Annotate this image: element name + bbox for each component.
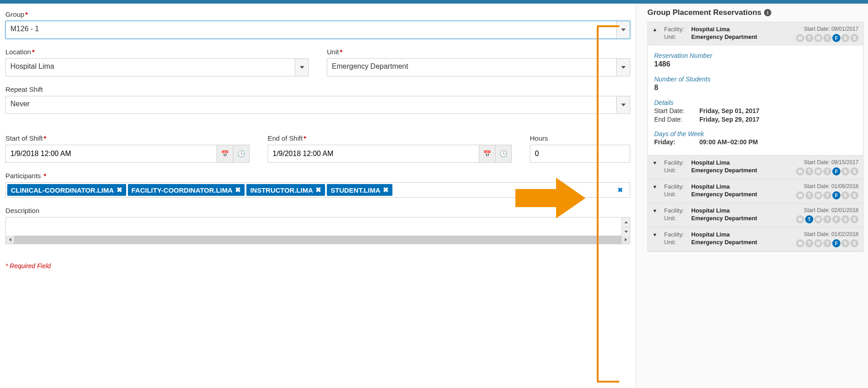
scroll-left-btn[interactable]	[6, 236, 14, 244]
tag-remove-icon[interactable]: ✖	[235, 186, 241, 194]
chevron-down-icon[interactable]: ▼	[652, 183, 660, 189]
reservation-meta: Start Date: 01/08/2018MTWTFSS	[796, 183, 859, 199]
reservation-item: ▼Facility:Hospital LimaUnit:Emergency De…	[648, 227, 863, 251]
end-date-picker-btn[interactable]: 📅	[479, 145, 495, 162]
calendar-icon: 📅	[483, 150, 491, 157]
info-icon[interactable]: i	[764, 9, 771, 16]
group-value: M126 - 1	[6, 21, 616, 38]
chevron-down-icon	[621, 66, 626, 69]
scroll-down-btn[interactable]	[622, 227, 630, 237]
start-shift-label: Start of Shift*	[5, 134, 250, 142]
start-shift-field[interactable]	[6, 145, 217, 162]
facility-label: Facility:	[664, 183, 689, 190]
svg-marker-0	[515, 178, 585, 218]
unit-label: Unit:	[664, 167, 689, 174]
end-time-picker-btn[interactable]: 🕒	[495, 145, 511, 162]
start-date-detail-label: Start Date:	[654, 107, 695, 114]
unit-value: Emergency Department	[327, 59, 616, 76]
triangle-up-icon	[624, 221, 628, 223]
day-circle: M	[796, 239, 804, 247]
start-date-text: Start Date: 01/02/2018	[796, 231, 859, 237]
day-circle: T	[805, 34, 813, 42]
scroll-right-btn[interactable]	[622, 236, 630, 244]
reservation-number-value: 1486	[654, 60, 857, 68]
reservation-item: ▼Facility:Hospital LimaUnit:Emergency De…	[648, 180, 863, 203]
day-circle: T	[823, 239, 831, 247]
chevron-down-icon[interactable]: ▼	[652, 231, 660, 237]
day-circle: W	[814, 34, 822, 42]
reservation-header[interactable]: ▲Facility:Hospital LimaUnit:Emergency De…	[648, 22, 863, 46]
start-shift-input[interactable]: 📅 🕒	[5, 145, 250, 163]
end-shift-input[interactable]: 📅 🕒	[268, 145, 512, 163]
end-shift-label: End of Shift*	[268, 134, 512, 142]
details-label: Details	[654, 99, 857, 106]
chevron-down-icon	[300, 66, 304, 69]
end-date-detail-value: Friday, Sep 29, 2017	[699, 116, 760, 123]
start-date-picker-btn[interactable]: 📅	[217, 145, 233, 162]
participant-tag[interactable]: INSTRUCTOR.LIMA ✖	[246, 184, 325, 196]
day-circle: S	[841, 167, 849, 175]
repeat-value: Never	[6, 96, 616, 114]
participant-tag[interactable]: CLINICAL-COORDINATOR.LIMA ✖	[7, 184, 126, 196]
day-circle: F	[832, 167, 840, 175]
reservation-header[interactable]: ▼Facility:Hospital LimaUnit:Emergency De…	[648, 227, 863, 251]
reservation-header[interactable]: ▼Facility:Hospital LimaUnit:Emergency De…	[648, 156, 863, 179]
day-circle: F	[832, 191, 840, 199]
triangle-left-icon	[9, 238, 11, 241]
day-circle: S	[841, 215, 849, 223]
start-date-text: Start Date: 01/08/2018	[796, 183, 859, 189]
end-shift-field[interactable]	[268, 145, 479, 162]
scroll-track[interactable]	[14, 236, 622, 244]
repeat-select[interactable]: Never	[5, 96, 630, 114]
triangle-down-icon	[624, 231, 628, 233]
group-label: Group*	[5, 10, 630, 18]
days-of-week: MTWTFSS	[796, 191, 859, 199]
required-asterisk: *	[44, 172, 47, 180]
day-circle: S	[850, 34, 859, 42]
participant-tag[interactable]: FACILITY-COORDINATOR.LIMA ✖	[128, 184, 245, 196]
start-date-text: Start Date: 09/15/2017	[796, 159, 859, 166]
day-circle: F	[832, 215, 840, 223]
unit-select[interactable]: Emergency Department	[327, 58, 630, 76]
reservation-summary: Facility:Hospital LimaUnit:Emergency Dep…	[664, 26, 792, 41]
day-circle: W	[814, 215, 822, 223]
facility-value: Hospital Lima	[691, 26, 730, 33]
required-asterisk: *	[44, 134, 47, 142]
location-select[interactable]: Hospital Lima	[5, 58, 309, 76]
facility-value: Hospital Lima	[691, 231, 730, 238]
required-asterisk: *	[340, 48, 343, 56]
reservations-list: ▲Facility:Hospital LimaUnit:Emergency De…	[647, 22, 863, 252]
group-select[interactable]: M126 - 1	[5, 21, 630, 39]
chevron-down-icon[interactable]: ▼	[652, 207, 660, 213]
reservation-summary: Facility:Hospital LimaUnit:Emergency Dep…	[664, 183, 792, 199]
days-of-week: MTWTFSS	[796, 34, 859, 42]
start-time-picker-btn[interactable]: 🕒	[233, 145, 249, 162]
chevron-down-icon	[621, 28, 626, 31]
chevron-up-icon[interactable]: ▲	[652, 26, 660, 32]
location-dropdown-btn[interactable]	[295, 59, 308, 76]
scroll-up-btn[interactable]	[622, 218, 630, 227]
days-of-week: MTWTFSS	[796, 215, 859, 223]
participant-tag[interactable]: STUDENT.LIMA ✖	[327, 184, 392, 196]
reservation-item: ▼Facility:Hospital LimaUnit:Emergency De…	[648, 203, 863, 227]
required-asterisk: *	[32, 48, 35, 56]
chevron-down-icon[interactable]: ▼	[652, 159, 660, 166]
day-circle: S	[841, 34, 849, 42]
tag-remove-icon[interactable]: ✖	[383, 186, 389, 194]
location-value: Hospital Lima	[6, 59, 295, 76]
facility-label: Facility:	[664, 159, 689, 166]
days-of-week: MTWTFSS	[796, 167, 859, 175]
calendar-icon: 📅	[221, 150, 229, 157]
reservation-header[interactable]: ▼Facility:Hospital LimaUnit:Emergency De…	[648, 203, 863, 227]
number-of-students-label: Number of Students	[654, 76, 857, 83]
reservation-meta: Start Date: 09/15/2017MTWTFSS	[796, 159, 859, 175]
annotation-bracket	[597, 25, 619, 383]
tag-remove-icon[interactable]: ✖	[316, 186, 321, 194]
day-circle: T	[823, 167, 831, 175]
horizontal-scrollbar[interactable]	[6, 236, 630, 244]
tag-remove-icon[interactable]: ✖	[117, 186, 123, 194]
day-circle: S	[850, 167, 859, 175]
reservation-header[interactable]: ▼Facility:Hospital LimaUnit:Emergency De…	[648, 180, 863, 203]
day-circle: M	[796, 215, 804, 223]
day-circle: T	[805, 167, 813, 175]
